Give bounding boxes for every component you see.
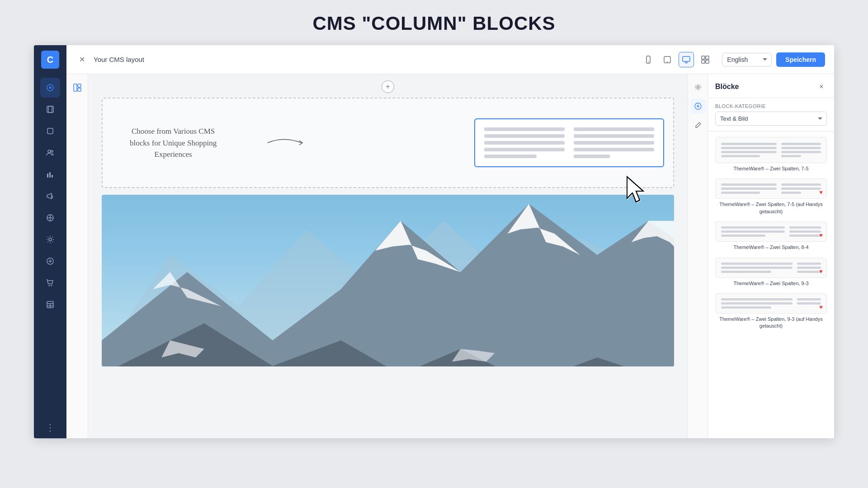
language-select[interactable]: English Deutsch Français <box>722 53 772 66</box>
svg-point-45 <box>697 86 699 89</box>
preview-line <box>789 226 821 229</box>
close-button[interactable]: ✕ <box>75 53 88 66</box>
layout-title: Your CMS layout <box>94 56 641 63</box>
preview-line <box>781 183 821 186</box>
desktop-view-button[interactable] <box>679 52 694 67</box>
tablet-view-button[interactable] <box>660 52 675 67</box>
sidebar-item-table[interactable] <box>40 295 60 314</box>
block-item-5[interactable]: ♥ ThemeWare® – Zwei Spalten, 9-3 (auf Ha… <box>715 293 827 330</box>
block-item-label-5: ThemeWare® – Zwei Spalten, 9-3 (auf Hand… <box>715 316 827 330</box>
preview-line <box>797 263 821 265</box>
preview-col-narrow-1 <box>781 143 821 157</box>
preview-cols-1 <box>721 143 821 157</box>
sidebar-item-customers[interactable] <box>40 143 60 163</box>
block-item-label-4: ThemeWare® – Zwei Spalten, 9-3 <box>715 280 827 287</box>
preview-line <box>797 298 821 300</box>
dashed-block: Choose from Various CMSblocks for Unique… <box>102 98 674 188</box>
col-right <box>574 127 654 158</box>
sidebar-item-extensions[interactable] <box>40 251 60 271</box>
line-bar <box>574 141 654 145</box>
preview-col-narrow-5 <box>797 298 821 309</box>
block-item-2[interactable]: ♥ ThemeWare® – Zwei Spalten, 7-5 (auf Ha… <box>715 178 827 215</box>
svg-rect-27 <box>78 88 81 91</box>
preview-col-narrow-3 <box>789 226 821 237</box>
block-item-4[interactable]: ♥ ThemeWare® – Zwei Spalten, 9-3 <box>715 258 827 287</box>
col-left <box>484 127 565 158</box>
svg-point-1 <box>49 87 52 89</box>
svg-point-13 <box>49 285 50 286</box>
blocke-close-button[interactable]: × <box>816 81 827 92</box>
preview-cols-4 <box>721 263 821 273</box>
preview-cols-2 <box>721 183 821 194</box>
svg-rect-7 <box>47 174 48 178</box>
svg-rect-25 <box>74 84 77 91</box>
add-block-top-button[interactable]: + <box>382 80 394 93</box>
preview-line <box>721 192 760 194</box>
rail-icon-settings[interactable] <box>690 80 706 95</box>
heart-icon-4: ♥ <box>819 268 823 275</box>
line-bar <box>484 127 565 131</box>
sidebar-item-themes[interactable] <box>40 208 60 228</box>
sidebar-item-settings[interactable] <box>40 230 60 249</box>
handwriting-annotation: Choose from Various CMSblocks for Unique… <box>130 126 217 160</box>
sidebar-item-dashboard[interactable] <box>40 78 60 98</box>
main-container: C ⋮ <box>34 45 834 438</box>
svg-rect-22 <box>706 56 709 59</box>
svg-rect-8 <box>49 172 51 178</box>
mobile-view-button[interactable] <box>641 52 656 67</box>
rail-icon-edit[interactable] <box>690 117 706 133</box>
blocke-header: Blöcke × <box>708 74 834 98</box>
heart-icon-2: ♥ <box>819 189 823 196</box>
svg-rect-2 <box>47 106 53 113</box>
block-item-preview-5: ♥ <box>715 293 827 314</box>
sidebar-item-analytics[interactable] <box>40 164 60 184</box>
editor-wrapper: ✕ Your CMS layout English De <box>66 45 834 438</box>
preview-line <box>721 188 777 190</box>
preview-line <box>781 188 821 190</box>
save-button[interactable]: Speichern <box>776 52 825 67</box>
sidebar: C ⋮ <box>34 45 66 438</box>
block-item-3[interactable]: ♥ ThemeWare® – Zwei Spalten, 8-4 <box>715 221 827 251</box>
rail-icon-add-block[interactable] <box>690 99 706 114</box>
topbar-right: English Deutsch Français Speichern <box>722 52 825 67</box>
preview-line <box>721 302 793 305</box>
line-bar <box>574 148 654 151</box>
block-item-preview-4: ♥ <box>715 258 827 278</box>
list-view-button[interactable] <box>698 52 713 67</box>
preview-line <box>721 226 785 229</box>
panel-icon-layout[interactable] <box>69 80 85 96</box>
svg-rect-21 <box>702 56 705 59</box>
svg-point-14 <box>51 285 52 286</box>
sidebar-dots: ⋮ <box>46 422 55 433</box>
preview-cols-5 <box>721 298 821 309</box>
canvas-area: + Choose from Various CMSblocks for Uniq… <box>88 74 688 438</box>
sidebar-item-marketing[interactable] <box>40 186 60 206</box>
mountain-svg <box>102 195 674 366</box>
svg-rect-24 <box>706 60 709 63</box>
preview-cols-3 <box>721 226 821 237</box>
preview-col-wide-5 <box>721 298 793 309</box>
block-item-1[interactable]: ThemeWare® – Zwei Spalten, 7-5 <box>715 137 827 172</box>
sidebar-item-shop[interactable] <box>40 273 60 293</box>
svg-rect-4 <box>47 128 53 134</box>
sidebar-item-products[interactable] <box>40 121 60 141</box>
line-bar <box>574 127 654 131</box>
sidebar-item-pages[interactable] <box>40 99 60 119</box>
page-title: CMS "COLUMN" BLOCKS <box>0 0 868 45</box>
preview-line <box>781 155 801 157</box>
blocke-title: Blöcke <box>715 83 739 91</box>
kategorie-select[interactable]: Text & Bild Text Bild Commerce <box>715 112 827 126</box>
preview-line <box>721 151 777 153</box>
preview-col-wide-1 <box>721 143 777 157</box>
block-item-label-2: ThemeWare® – Zwei Spalten, 7-5 (auf Hand… <box>715 201 827 215</box>
side-icon-rail <box>688 74 708 438</box>
svg-rect-23 <box>702 60 705 63</box>
block-item-label-3: ThemeWare® – Zwei Spalten, 8-4 <box>715 244 827 251</box>
line-bar <box>484 141 565 145</box>
svg-rect-9 <box>52 175 53 178</box>
column-lines <box>484 127 654 158</box>
preview-col-narrow-4 <box>797 263 821 273</box>
editor-body: + Choose from Various CMSblocks for Uniq… <box>66 74 834 438</box>
svg-point-19 <box>667 61 668 62</box>
block-item-preview-3: ♥ <box>715 221 827 242</box>
